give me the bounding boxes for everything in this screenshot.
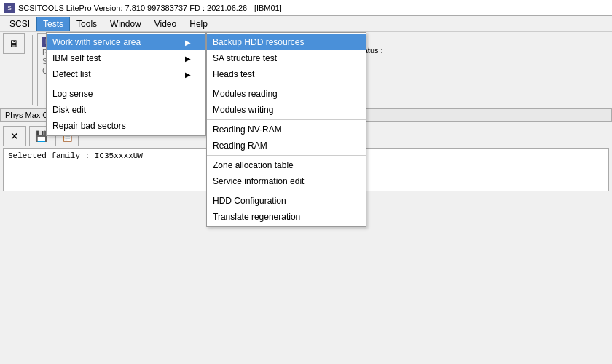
submenu-arrow-3: ▶ bbox=[185, 71, 191, 79]
menu-tools[interactable]: Tools bbox=[70, 17, 103, 31]
menu-item-log-sense[interactable]: Log sense bbox=[47, 86, 205, 102]
console-text: Selected family : IC35xxxxUW bbox=[8, 151, 143, 160]
menu-scsi[interactable]: SCSI bbox=[3, 17, 36, 31]
submenu-arrow: ▶ bbox=[185, 39, 191, 47]
menu-item-work-service[interactable]: Work with service area ▶ bbox=[47, 34, 205, 50]
menu-help[interactable]: Help bbox=[183, 17, 214, 31]
menu-item-zone-alloc[interactable]: Zone allocation table bbox=[207, 157, 366, 173]
menu-bar: SCSI Tests Tools Window Video Help bbox=[0, 16, 612, 32]
menu-separator-l2-3 bbox=[207, 155, 366, 156]
menu-item-heads-test[interactable]: Heads test bbox=[207, 66, 366, 82]
menu-item-reading-ram[interactable]: Reading RAM bbox=[207, 138, 366, 154]
menu-item-translate-regen[interactable]: Translate regeneration bbox=[207, 209, 366, 225]
menu-separator-l2-4 bbox=[207, 191, 366, 191]
toolbar-btn-1[interactable]: 🖥 bbox=[3, 33, 25, 54]
menu-item-defect[interactable]: Defect list ▶ bbox=[47, 66, 205, 82]
menu-item-modules-reading[interactable]: Modules reading bbox=[207, 86, 366, 102]
menu-item-hdd-config[interactable]: HDD Configuration bbox=[207, 193, 366, 209]
menu-tests[interactable]: Tests bbox=[36, 17, 70, 31]
tests-menu: Work with service area ▶ IBM self test ▶… bbox=[46, 32, 206, 136]
work-service-submenu: Backup HDD resources SA structure test H… bbox=[206, 32, 366, 227]
submenu-arrow-2: ▶ bbox=[185, 55, 191, 63]
menu-video[interactable]: Video bbox=[148, 17, 183, 31]
menu-window[interactable]: Window bbox=[103, 17, 148, 31]
action-btn-x[interactable]: ✕ bbox=[3, 126, 26, 146]
app-icon: S bbox=[4, 3, 15, 13]
menu-item-ibm-self[interactable]: IBM self test ▶ bbox=[47, 50, 205, 66]
title-bar: S SCSITOOLS LitePro Version: 7.810 99738… bbox=[0, 0, 612, 16]
menu-item-disk-edit[interactable]: Disk edit bbox=[47, 102, 205, 118]
title-text: SCSITOOLS LitePro Version: 7.810 9973837… bbox=[18, 4, 282, 12]
menu-item-reading-nv-ram[interactable]: Reading NV-RAM bbox=[207, 122, 366, 138]
menu-item-modules-writing[interactable]: Modules writing bbox=[207, 102, 366, 118]
menu-separator-1 bbox=[47, 84, 205, 84]
menu-separator-l2-1 bbox=[207, 84, 366, 84]
menu-item-backup-hdd[interactable]: Backup HDD resources bbox=[207, 34, 366, 50]
menu-item-repair-bad[interactable]: Repair bad sectors bbox=[47, 118, 205, 134]
menu-item-service-info[interactable]: Service information edit bbox=[207, 173, 366, 189]
menu-item-sa-structure[interactable]: SA structure test bbox=[207, 50, 366, 66]
menu-separator-l2-2 bbox=[207, 119, 366, 120]
